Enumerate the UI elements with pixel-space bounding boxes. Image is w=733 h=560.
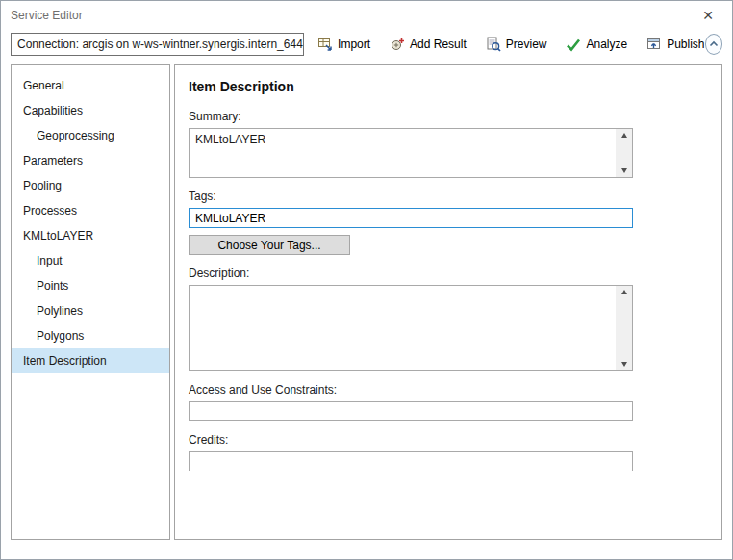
summary-label: Summary: <box>189 110 708 123</box>
service-editor-dialog: Service Editor ✕ Connection: arcgis on w… <box>0 0 733 560</box>
sidebar-item-geoprocessing[interactable]: Geoprocessing <box>12 123 169 148</box>
description-scrollbar[interactable] <box>616 286 632 370</box>
scroll-down-icon[interactable] <box>621 362 627 367</box>
description-label: Description: <box>189 267 708 280</box>
analyze-icon <box>566 37 581 52</box>
sidebar-item-item-description[interactable]: Item Description <box>12 348 169 373</box>
toolbar-buttons: Import Add Result Preview Analyze <box>317 37 704 52</box>
tags-label: Tags: <box>189 190 708 203</box>
import-icon <box>317 37 333 52</box>
chevron-up-icon <box>708 38 720 50</box>
preview-icon <box>486 37 501 52</box>
analyze-label: Analyze <box>586 38 627 51</box>
description-text <box>190 286 616 370</box>
credits-label: Credits: <box>189 433 708 446</box>
analyze-button[interactable]: Analyze <box>566 37 627 52</box>
scroll-up-icon[interactable] <box>621 290 627 294</box>
collapse-panel-button[interactable] <box>705 34 722 55</box>
window-title: Service Editor <box>11 9 83 22</box>
publish-button[interactable]: Publish <box>646 37 704 52</box>
sidebar-item-polylines[interactable]: Polylines <box>12 298 169 323</box>
sidebar-item-kmltolayer[interactable]: KMLtoLAYER <box>12 223 169 248</box>
page-title: Item Description <box>189 79 708 94</box>
sidebar-item-parameters[interactable]: Parameters <box>12 148 169 173</box>
add-result-icon <box>390 37 405 52</box>
tags-input[interactable] <box>189 208 633 228</box>
sidebar-item-input[interactable]: Input <box>12 248 169 273</box>
sidebar-item-points[interactable]: Points <box>12 273 169 298</box>
dialog-body: General Capabilities Geoprocessing Param… <box>1 64 732 549</box>
scroll-down-icon[interactable] <box>621 168 627 173</box>
scroll-up-icon[interactable] <box>621 133 627 138</box>
add-result-label: Add Result <box>410 38 467 51</box>
close-button[interactable]: ✕ <box>694 4 722 27</box>
import-button[interactable]: Import <box>317 37 370 52</box>
item-description-panel: Item Description Summary: KMLtoLAYER Tag… <box>174 64 722 540</box>
preview-label: Preview <box>506 38 547 51</box>
title-bar: Service Editor ✕ <box>1 1 732 30</box>
summary-scrollbar[interactable] <box>616 129 632 177</box>
access-constraints-label: Access and Use Constraints: <box>189 383 708 396</box>
choose-tags-button[interactable]: Choose Your Tags... <box>189 235 350 255</box>
add-result-button[interactable]: Add Result <box>390 37 467 52</box>
import-label: Import <box>338 38 370 51</box>
sidebar-item-capabilities[interactable]: Capabilities <box>12 98 169 123</box>
toolbar: Connection: arcgis on w-ws-wintner.syner… <box>1 30 732 64</box>
sidebar-item-polygons[interactable]: Polygons <box>12 323 169 348</box>
publish-label: Publish <box>667 38 704 51</box>
connection-combo[interactable]: Connection: arcgis on w-ws-wintner.syner… <box>11 33 304 56</box>
access-constraints-input[interactable] <box>189 401 633 421</box>
sidebar-item-processes[interactable]: Processes <box>12 198 169 223</box>
description-textarea[interactable] <box>189 285 633 371</box>
summary-text: KMLtoLAYER <box>190 129 616 177</box>
credits-input[interactable] <box>189 451 633 471</box>
sidebar-item-pooling[interactable]: Pooling <box>12 173 169 198</box>
sidebar-nav: General Capabilities Geoprocessing Param… <box>11 64 170 540</box>
preview-button[interactable]: Preview <box>486 37 547 52</box>
publish-icon <box>646 37 662 52</box>
sidebar-item-general[interactable]: General <box>12 73 169 98</box>
summary-textarea[interactable]: KMLtoLAYER <box>189 128 633 178</box>
